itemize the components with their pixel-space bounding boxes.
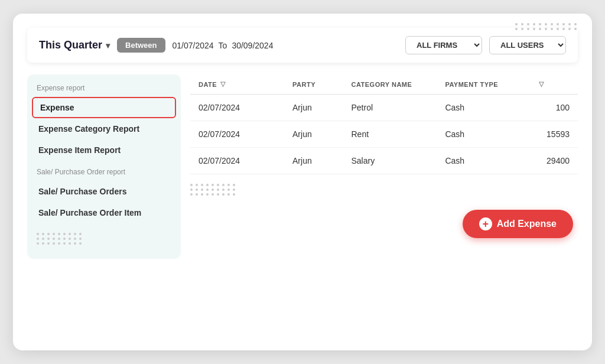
users-dropdown[interactable]: ALL USERS USER 1: [489, 36, 566, 54]
cell-payment-2: Cash: [437, 148, 531, 174]
cell-payment-1: Cash: [437, 121, 531, 148]
cell-payment-0: Cash: [437, 95, 531, 121]
sidebar-section-orders: Sale/ Purchase Order report: [27, 168, 181, 181]
cell-category-2: Salary: [343, 148, 437, 174]
cell-party-0: Arjun: [284, 95, 343, 121]
sidebar-item-orders[interactable]: Sale/ Purchase Orders: [27, 181, 181, 202]
cell-party-1: Arjun: [284, 121, 343, 148]
sidebar-item-order-item[interactable]: Sale/ Purchase Order Item: [27, 202, 181, 223]
firms-dropdown[interactable]: ALL FIRMS FIRM 1: [405, 36, 482, 54]
date-range: 01/07/2024 To 30/09/2024: [173, 41, 274, 50]
col-category: CATEGORY NAME: [343, 74, 437, 95]
add-expense-label: Add Expense: [497, 219, 557, 229]
main-card: This Quarter ▾ Between 01/07/2024 To 30/…: [13, 14, 592, 350]
quarter-selector[interactable]: This Quarter ▾: [39, 39, 110, 51]
date-to: 30/09/2024: [232, 41, 273, 50]
date-filter-icon[interactable]: ▽: [220, 80, 226, 88]
decorative-dots-top: [515, 23, 578, 30]
plus-circle-icon: +: [479, 217, 492, 230]
table-row: 02/07/2024 Arjun Rent Cash 15593: [190, 121, 578, 148]
sidebar-section-expense: Expense report: [27, 84, 181, 97]
cell-date-1: 02/07/2024: [190, 121, 284, 148]
sidebar: Expense report Expense Expense Category …: [27, 74, 181, 259]
col-party: PARTY: [284, 74, 343, 95]
cell-amount-0: 100: [531, 95, 578, 121]
sidebar-item-expense[interactable]: Expense: [32, 97, 176, 118]
cell-date-2: 02/07/2024: [190, 148, 284, 174]
cell-party-2: Arjun: [284, 148, 343, 174]
cell-amount-1: 15593: [531, 121, 578, 148]
col-amount-filter: ▽: [531, 74, 578, 95]
quarter-label: This Quarter: [39, 39, 102, 51]
table-row: 02/07/2024 Arjun Salary Cash 29400: [190, 148, 578, 174]
sidebar-decorative-dots: [27, 228, 181, 249]
main-layout: Expense report Expense Expense Category …: [27, 74, 578, 259]
chevron-down-icon: ▾: [106, 41, 110, 50]
col-payment: PAYMENT TYPE: [437, 74, 531, 95]
sidebar-item-item[interactable]: Expense Item Report: [27, 139, 181, 161]
table-row: 02/07/2024 Arjun Petrol Cash 100: [190, 95, 578, 121]
add-expense-button[interactable]: + Add Expense: [463, 210, 573, 238]
to-label: To: [219, 41, 227, 50]
between-badge: Between: [117, 38, 165, 53]
expense-table: DATE ▽ PARTY CATEGORY NAME PAYMENT TYPE: [190, 74, 578, 174]
cell-amount-2: 29400: [531, 148, 578, 174]
table-header-row: DATE ▽ PARTY CATEGORY NAME PAYMENT TYPE: [190, 74, 578, 95]
cell-date-0: 02/07/2024: [190, 95, 284, 121]
sidebar-item-category[interactable]: Expense Category Report: [27, 118, 181, 139]
amount-filter-icon[interactable]: ▽: [539, 80, 544, 87]
content-decorative-dots: [190, 184, 578, 196]
cell-category-1: Rent: [343, 121, 437, 148]
content-area: DATE ▽ PARTY CATEGORY NAME PAYMENT TYPE: [190, 74, 578, 259]
header-bar: This Quarter ▾ Between 01/07/2024 To 30/…: [27, 28, 578, 63]
add-button-wrapper: + Add Expense: [190, 210, 578, 238]
date-from: 01/07/2024: [173, 41, 214, 50]
cell-category-0: Petrol: [343, 95, 437, 121]
col-date: DATE ▽: [190, 74, 284, 95]
